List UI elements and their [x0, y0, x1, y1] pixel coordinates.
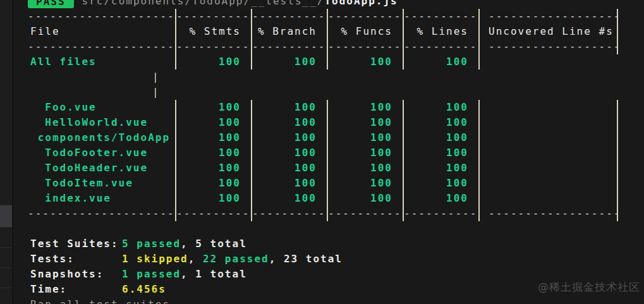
skipped-count: 1 skipped	[122, 253, 188, 265]
file-name-cell: TodoItem.vue	[24, 176, 175, 191]
branch-cell: 100	[251, 161, 327, 176]
lines-cell: 100	[403, 54, 478, 70]
stmts-cell: 100	[175, 130, 251, 145]
pass-status-badge: PASS	[28, 0, 74, 8]
stmts-cell: 100	[175, 176, 251, 191]
summary-label: Test Suites:	[30, 236, 122, 252]
funcs-cell: 100	[327, 100, 403, 115]
coverage-row: TodoItem.vue 100 100 100 100	[24, 176, 644, 191]
separator-cell: ----------	[251, 206, 327, 221]
coverage-row: components/TodoApp 100 100 100 100	[24, 130, 644, 145]
uncovered-cell	[478, 100, 618, 115]
watermark-text: @稀土掘金技术社区	[538, 280, 640, 295]
uncovered-cell	[478, 115, 618, 130]
coverage-row: TodoHeader.vue 100 100 100 100	[24, 161, 644, 176]
funcs-cell: 100	[327, 115, 403, 130]
ran-all-suites-line: Ran all test suites.	[24, 297, 644, 304]
funcs-cell: 100	[327, 191, 403, 206]
sidebar-sliver	[0, 0, 13, 304]
stmts-cell: 100	[175, 161, 251, 176]
branch-cell: 100	[251, 54, 327, 70]
separator-cell: ----------	[251, 9, 327, 24]
file-name-cell: Foo.vue	[24, 100, 175, 115]
pipe-glyph: |	[152, 71, 160, 83]
column-header-uncovered: Uncovered Line #s	[478, 24, 618, 39]
stray-pipe-row: |	[24, 70, 644, 85]
test-result-line: PASSsrc/components/TodoApp/__tests__/Tod…	[24, 0, 644, 9]
uncovered-cell	[478, 54, 618, 70]
stmts-cell: 100	[175, 115, 251, 130]
test-file-name: TodoApp.js	[324, 0, 398, 7]
stmts-cell: 100	[175, 191, 251, 206]
uncovered-cell	[478, 130, 618, 145]
summary-tests: Tests:1 skipped, 22 passed, 23 total	[24, 252, 644, 267]
separator-cell: ----------	[175, 39, 251, 54]
separator-cell: ----------	[403, 206, 478, 221]
lines-cell: 100	[403, 176, 478, 191]
separator-cell: ----------	[175, 206, 251, 221]
separator-cell: --------------------	[24, 9, 175, 24]
separator-cell: ----------	[403, 9, 478, 24]
coverage-row-all-files: All files 100 100 100 100	[24, 54, 644, 70]
uncovered-cell	[478, 161, 618, 176]
file-name-cell: index.vue	[24, 191, 175, 206]
lines-cell: 100	[403, 115, 478, 130]
stray-pipe-row: |	[24, 85, 644, 100]
lines-cell: 100	[403, 191, 478, 206]
lines-cell: 100	[403, 161, 478, 176]
separator-cell: ----------	[327, 9, 403, 24]
uncovered-cell	[478, 176, 618, 191]
passed-count: 1 passed	[122, 268, 181, 280]
time-value: 6.456s	[122, 283, 166, 295]
stmts-cell: 100	[175, 54, 251, 70]
branch-cell: 100	[251, 145, 327, 161]
lines-cell: 100	[403, 130, 478, 145]
separator-cell: ----------	[403, 39, 478, 54]
table-separator-row: -------------------- ---------- --------…	[24, 206, 644, 221]
coverage-table-header: File % Stmts % Branch % Funcs % Lines Un…	[24, 24, 644, 39]
sidebar-divider	[0, 247, 12, 248]
separator-cell: ----------	[251, 39, 327, 54]
stmts-cell: 100	[175, 145, 251, 161]
sidebar-selected-item[interactable]	[0, 205, 12, 227]
column-header-branch: % Branch	[251, 24, 327, 39]
lines-cell: 100	[403, 100, 478, 115]
column-header-lines: % Lines	[403, 24, 478, 39]
sidebar-divider	[0, 288, 12, 288]
file-name-cell: HelloWorld.vue	[24, 115, 175, 130]
branch-cell: 100	[251, 115, 327, 130]
branch-cell: 100	[251, 130, 327, 145]
terminal-screen: PASSsrc/components/TodoApp/__tests__/Tod…	[0, 0, 644, 304]
coverage-file-rows: Foo.vue 100 100 100 100 HelloWorld.vue 1…	[24, 100, 644, 206]
column-header-funcs: % Funcs	[327, 24, 403, 39]
funcs-cell: 100	[327, 130, 403, 145]
sidebar-divider	[0, 227, 12, 228]
funcs-cell: 100	[327, 54, 403, 70]
total-count: , 23 total	[269, 253, 343, 265]
passed-count: 22 passed	[203, 253, 269, 265]
passed-count: 5 passed	[122, 238, 181, 250]
pipe-glyph: |	[152, 86, 160, 98]
branch-cell: 100	[251, 191, 327, 206]
separator-cell: --------------------	[24, 206, 175, 221]
separator-text: ,	[188, 253, 203, 265]
separator-cell: ----------	[327, 206, 403, 221]
file-name-cell: TodoFooter.vue	[24, 145, 175, 161]
summary-label: Snapshots:	[30, 267, 122, 282]
lines-cell: 100	[403, 145, 478, 161]
coverage-row: HelloWorld.vue 100 100 100 100	[24, 115, 644, 130]
uncovered-cell	[478, 145, 618, 161]
stmts-cell: 100	[175, 100, 251, 115]
file-name-cell: components/TodoApp	[24, 130, 175, 145]
blank-line	[24, 221, 644, 236]
summary-label: Time:	[30, 282, 122, 297]
branch-cell: 100	[251, 100, 327, 115]
coverage-row: Foo.vue 100 100 100 100	[24, 100, 644, 115]
coverage-row: TodoFooter.vue 100 100 100 100	[24, 145, 644, 161]
table-separator-row: -------------------- ---------- --------…	[24, 39, 644, 54]
separator-cell: --------------------	[24, 39, 175, 54]
coverage-row: index.vue 100 100 100 100	[24, 191, 644, 206]
terminal-output: PASSsrc/components/TodoApp/__tests__/Tod…	[13, 0, 644, 304]
separator-cell: ----------	[327, 39, 403, 54]
total-count: , 5 total	[181, 238, 247, 250]
